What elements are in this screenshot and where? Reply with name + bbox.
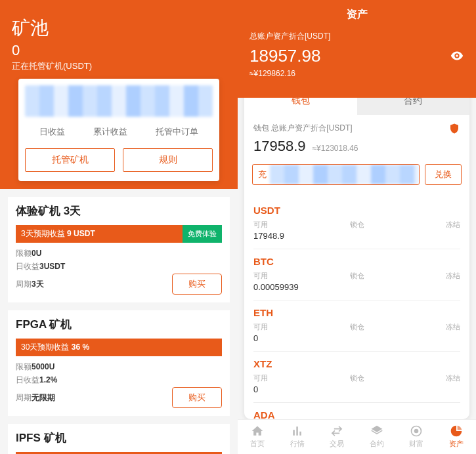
- mining-header: 矿池 0 正在托管矿机(USDT) 日收益 累计收益 托管中订单 托管矿机 规则: [0, 0, 238, 189]
- miner-list: 体验矿机 3天 3天预期收益 9 USDT 免费体验 限额0U 日收益3USDT…: [0, 189, 238, 454]
- miner-return-bar: 30天预期收益 36 %: [16, 339, 222, 356]
- miner-meta: 限额0U 日收益3USDT 周期3天 购买: [16, 247, 222, 295]
- mining-title: 矿池: [12, 16, 226, 41]
- mining-screen: 矿池 0 正在托管矿机(USDT) 日收益 累计收益 托管中订单 托管矿机 规则…: [0, 0, 238, 454]
- nav-trade[interactable]: 交易: [317, 420, 357, 454]
- col-available-label: 可用: [253, 322, 322, 332]
- coin-list: USDT 可用17948.9 锁仓 冻结 BTC 可用0.00059939 锁仓…: [244, 194, 469, 419]
- rules-button[interactable]: 规则: [123, 148, 213, 172]
- bar-prefix: 30天预期收益: [21, 342, 69, 352]
- nav-market[interactable]: 行情: [278, 420, 318, 454]
- coin-row-xtz[interactable]: XTZ 可用0 锁仓 冻结: [253, 352, 460, 403]
- quota-label: 限额: [16, 362, 32, 371]
- buy-button[interactable]: 购买: [172, 387, 222, 408]
- miner-title: IPFS 矿机: [16, 430, 222, 445]
- miner-title: FPGA 矿机: [16, 317, 222, 332]
- coin-available: 0: [253, 333, 322, 343]
- coin-symbol: ADA: [253, 409, 460, 419]
- coin-symbol: ETH: [253, 307, 460, 318]
- nav-home[interactable]: 首页: [238, 420, 278, 454]
- wallet-summary: 钱包 总账户资产折合[USDT] 17958.9 ≈¥123018.46: [244, 115, 469, 157]
- daily-value: 3USDT: [39, 262, 65, 271]
- bar-prefix: 3天预期收益: [21, 229, 65, 238]
- redacted-action-row: [270, 165, 419, 184]
- visibility-toggle-icon[interactable]: [450, 49, 464, 66]
- total-cny: ≈¥129862.16: [249, 69, 464, 78]
- layers-icon: [370, 424, 383, 438]
- bottom-nav: 首页 行情 交易 合约 财富 资产: [238, 419, 476, 454]
- total-value: 18957.98: [249, 46, 464, 66]
- col-locked-label: 锁仓: [322, 373, 391, 383]
- col-locked-label: 锁仓: [322, 322, 391, 332]
- col-available-label: 可用: [253, 271, 322, 281]
- nav-label: 合约: [370, 439, 384, 449]
- mining-total: 0: [12, 42, 226, 59]
- period-label: 周期: [16, 393, 32, 402]
- daily-label: 日收益: [16, 375, 39, 384]
- daily-value: 1.2%: [39, 375, 57, 384]
- col-available-label: 可用: [253, 373, 322, 383]
- coin-row-eth[interactable]: ETH 可用0 锁仓 冻结: [253, 300, 460, 352]
- col-frozen-label: 冻结: [391, 322, 460, 332]
- col-locked-label: 锁仓: [322, 220, 391, 230]
- shield-icon[interactable]: [448, 123, 460, 137]
- quota-value: 5000U: [32, 362, 54, 371]
- col-frozen-label: 冻结: [391, 220, 460, 230]
- coin-available: 17948.9: [253, 231, 322, 241]
- deposit-button[interactable]: 充: [252, 164, 420, 185]
- bar-value: 9 USDT: [67, 229, 95, 238]
- home-icon: [251, 424, 264, 438]
- coin-row-ada[interactable]: ADA: [253, 403, 460, 419]
- miner-title: 体验矿机 3天: [16, 203, 222, 218]
- nav-label: 财富: [409, 439, 423, 449]
- wallet-label: 钱包 总账户资产折合[USDT]: [253, 123, 460, 134]
- col-locked-label: 锁仓: [322, 271, 391, 281]
- col-available-label: 可用: [253, 220, 322, 230]
- bar-value: 36 %: [72, 342, 89, 352]
- quota-label: 限额: [16, 249, 32, 258]
- col-frozen-label: 冻结: [391, 373, 460, 383]
- coin-icon: [410, 424, 423, 438]
- free-badge[interactable]: 免费体验: [183, 225, 222, 243]
- redacted-stats-values: [25, 85, 213, 117]
- stat-total-label: 累计收益: [93, 126, 127, 138]
- nav-label: 首页: [250, 439, 265, 449]
- miner-card: 体验矿机 3天 3天预期收益 9 USDT 免费体验 限额0U 日收益3USDT…: [8, 197, 230, 302]
- miner-card: IPFS 矿机 30天预期收益 54 %: [8, 424, 230, 454]
- miner-return-bar: 3天预期收益 9 USDT 免费体验: [16, 225, 222, 243]
- period-value: 3天: [32, 279, 44, 289]
- miner-card: FPGA 矿机 30天预期收益 36 % 限额5000U 日收益1.2% 周期无…: [8, 310, 230, 416]
- mining-stats-card: 日收益 累计收益 托管中订单 托管矿机 规则: [18, 79, 219, 181]
- nav-wealth[interactable]: 财富: [397, 420, 437, 454]
- wallet-card: 钱包 合约 钱包 总账户资产折合[USDT] 17958.9 ≈¥123018.…: [244, 87, 469, 419]
- nav-label: 交易: [330, 439, 344, 449]
- miner-meta: 限额5000U 日收益1.2% 周期无限期 购买: [16, 360, 222, 408]
- nav-label: 资产: [449, 439, 464, 449]
- stats-labels-row: 日收益 累计收益 托管中订单: [25, 126, 213, 138]
- period-value: 无限期: [32, 393, 55, 402]
- nav-assets[interactable]: 资产: [437, 420, 477, 454]
- total-label: 总账户资产折合[USDT]: [249, 31, 464, 42]
- coin-available: 0.00059939: [253, 282, 322, 292]
- deposit-prefix: 充: [258, 169, 267, 180]
- wallet-cny: ≈¥123018.46: [313, 144, 358, 153]
- exchange-button[interactable]: 兑换: [425, 164, 462, 185]
- coin-symbol: USDT: [253, 205, 460, 216]
- host-miner-button[interactable]: 托管矿机: [25, 148, 115, 172]
- mining-subtitle: 正在托管矿机(USDT): [12, 60, 226, 72]
- coin-row-btc[interactable]: BTC 可用0.00059939 锁仓 冻结: [253, 249, 460, 300]
- col-frozen-label: 冻结: [391, 271, 460, 281]
- coin-available: 0: [253, 384, 322, 394]
- buy-button[interactable]: 购买: [172, 274, 222, 295]
- coin-symbol: XTZ: [253, 358, 460, 369]
- wallet-action-row: 充 兑换: [244, 157, 469, 194]
- stat-daily-label: 日收益: [39, 126, 65, 138]
- quota-value: 0U: [32, 249, 41, 258]
- pie-icon: [450, 424, 463, 438]
- assets-screen: 资产 总账户资产折合[USDT] 18957.98 ≈¥129862.16 钱包…: [238, 0, 476, 454]
- period-label: 周期: [16, 279, 32, 289]
- coin-row-usdt[interactable]: USDT 可用17948.9 锁仓 冻结: [253, 198, 460, 249]
- stat-orders-label: 托管中订单: [156, 126, 198, 138]
- daily-label: 日收益: [16, 262, 39, 271]
- nav-contract[interactable]: 合约: [357, 420, 397, 454]
